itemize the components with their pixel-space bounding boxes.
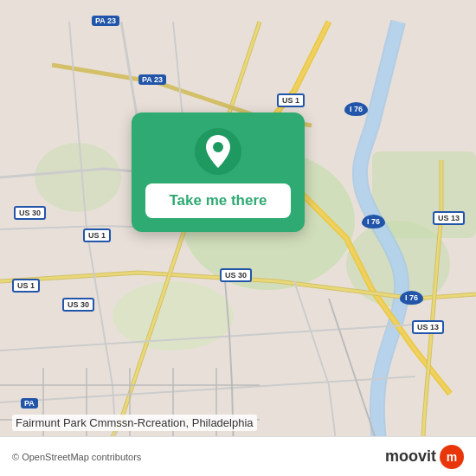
svg-rect-4 — [372, 151, 476, 238]
location-label: Fairmunt Park Cmmssn-Rcreation, Philadel… — [12, 415, 257, 431]
road-badge: US 13 — [433, 211, 465, 225]
map-background — [0, 0, 476, 476]
road-badge: PA 23 — [138, 74, 166, 85]
map-attribution: © OpenStreetMap contributors — [12, 452, 141, 462]
svg-point-14 — [213, 142, 223, 152]
road-badge: US 1 — [277, 93, 305, 107]
road-badge: US 13 — [412, 320, 444, 334]
road-badge: US 30 — [14, 206, 46, 220]
take-me-there-button[interactable]: Take me there — [145, 183, 291, 218]
map-container: Take me there © OpenStreetMap contributo… — [0, 0, 476, 476]
moovit-logo: moovit m — [385, 445, 464, 469]
svg-point-3 — [35, 143, 121, 212]
road-badge: I 76 — [362, 215, 385, 228]
road-badge: PA 23 — [92, 16, 119, 26]
bottom-bar: © OpenStreetMap contributors moovit m — [0, 436, 476, 476]
road-badge: US 30 — [62, 298, 94, 312]
road-badge: I 76 — [400, 291, 423, 305]
navigation-card: Take me there — [132, 113, 305, 232]
road-badge: PA — [21, 398, 38, 408]
road-badge: I 76 — [344, 102, 368, 116]
location-pin-icon — [195, 128, 241, 175]
moovit-brand-icon: m — [440, 445, 464, 469]
road-badge: US 1 — [12, 279, 40, 293]
moovit-text: moovit — [385, 447, 436, 466]
road-badge: US 30 — [220, 268, 252, 282]
road-badge: US 1 — [83, 228, 111, 242]
